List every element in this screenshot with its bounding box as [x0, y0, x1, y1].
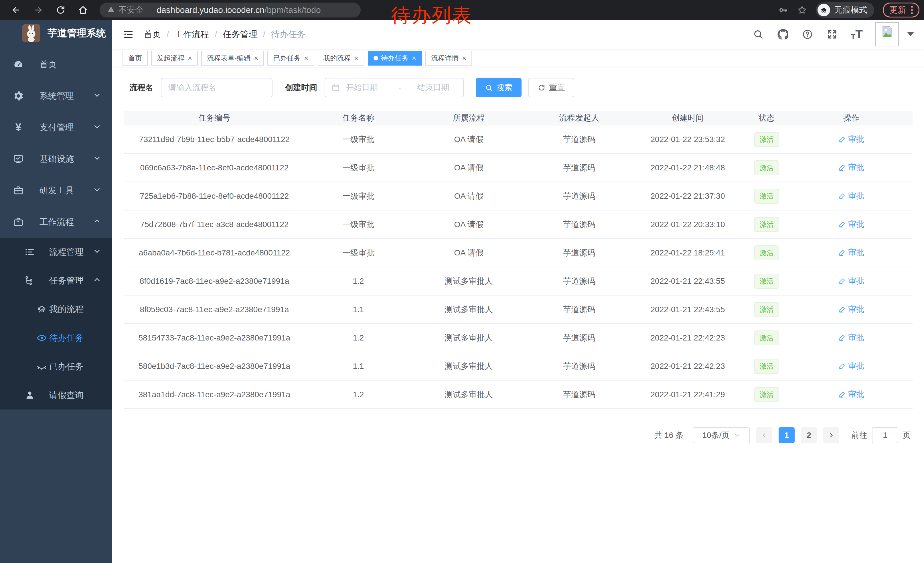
- close-icon[interactable]: ×: [412, 54, 416, 62]
- close-icon[interactable]: ×: [354, 54, 358, 62]
- sidebar-item-home[interactable]: 首页: [0, 49, 112, 80]
- cell-task-id: 58154733-7ac8-11ec-a9e2-a2380e71991a: [124, 333, 305, 342]
- sidebar-item-todo-tasks[interactable]: 待办任务: [0, 324, 112, 352]
- search-icon[interactable]: [752, 29, 764, 41]
- cell-task-name: 1.2: [305, 277, 412, 286]
- fullscreen-icon[interactable]: [826, 29, 838, 41]
- next-page-button[interactable]: [823, 427, 839, 443]
- tab-process-detail[interactable]: 流程详情×: [425, 51, 472, 66]
- close-icon[interactable]: ×: [188, 54, 192, 62]
- approve-link[interactable]: 审批: [838, 332, 864, 343]
- sidebar-item-workflow[interactable]: 工作流程: [0, 206, 112, 238]
- breadcrumb-home[interactable]: 首页: [144, 29, 161, 41]
- address-bar[interactable]: 不安全 dashboard.yudao.iocoder.cn/bpm/task/…: [100, 3, 361, 18]
- approve-link[interactable]: 审批: [838, 360, 864, 371]
- date-range-picker[interactable]: 开始日期 - 结束日期: [325, 78, 464, 98]
- approve-link[interactable]: 审批: [838, 134, 864, 145]
- font-size-icon[interactable]: TT: [851, 29, 863, 41]
- update-label: 更新: [890, 4, 906, 16]
- sidebar-item-leave-query[interactable]: 请假查询: [0, 381, 112, 410]
- range-separator: -: [399, 83, 401, 92]
- chevron-down-icon: [734, 432, 740, 438]
- cell-process: OA 请假: [412, 134, 526, 145]
- cell-task-name: 1.2: [305, 390, 412, 399]
- cell-actions: 审批: [790, 134, 912, 145]
- navbar-icons: TT: [752, 23, 914, 47]
- tab-todo-tasks[interactable]: 待办任务×: [368, 51, 422, 66]
- cell-task-id: 381aa1dd-7ac8-11ec-a9e2-a2380e71991a: [124, 390, 305, 399]
- tab-done-tasks[interactable]: 已办任务×: [267, 51, 314, 66]
- calendar-icon: [332, 83, 340, 92]
- update-button[interactable]: 更新: [883, 3, 920, 18]
- status-badge: 激活: [754, 217, 779, 232]
- process-name-input[interactable]: [161, 78, 273, 98]
- main-content: 首页 / 工作流程 / 任务管理 / 待办任务: [112, 20, 924, 563]
- close-icon[interactable]: ×: [462, 54, 466, 62]
- sidebar-item-done-tasks[interactable]: 已办任务: [0, 352, 112, 381]
- approve-link[interactable]: 审批: [838, 275, 864, 286]
- browser-menu-icon[interactable]: [911, 6, 913, 14]
- close-icon[interactable]: ×: [304, 54, 308, 62]
- sidebar-item-system[interactable]: 系统管理: [0, 80, 112, 112]
- sidebar-item-process-management[interactable]: 流程管理: [0, 238, 112, 266]
- breadcrumb-workflow[interactable]: 工作流程: [175, 29, 209, 41]
- cell-created: 2022-01-22 20:33:10: [633, 220, 743, 229]
- url-text[interactable]: dashboard.yudao.iocoder.cn/bpm/task/todo: [157, 5, 321, 15]
- cell-starter: 芋道源码: [526, 191, 633, 201]
- end-date-placeholder: 结束日期: [417, 82, 449, 93]
- avatar[interactable]: [875, 23, 899, 47]
- approve-link[interactable]: 审批: [838, 247, 864, 258]
- bookmark-star-icon[interactable]: [797, 5, 807, 15]
- cell-actions: 审批: [790, 304, 912, 315]
- cell-created: 2022-01-22 23:53:32: [633, 135, 743, 144]
- reset-button[interactable]: 重置: [528, 78, 574, 98]
- tab-form-edit[interactable]: 流程表单-编辑×: [201, 51, 264, 66]
- approve-link[interactable]: 审批: [838, 219, 864, 230]
- tab-my-process[interactable]: 我的流程×: [318, 51, 364, 66]
- approve-link[interactable]: 审批: [838, 389, 864, 400]
- reload-icon[interactable]: [56, 5, 66, 15]
- sidebar-item-devtools[interactable]: 研发工具: [0, 175, 112, 206]
- home-icon[interactable]: [78, 5, 88, 15]
- cell-actions: 审批: [790, 247, 912, 258]
- page-1-button[interactable]: 1: [778, 427, 795, 443]
- approve-link[interactable]: 审批: [838, 191, 864, 201]
- table-row: a6aba0a4-7b6d-11ec-b781-acde48001122 一级审…: [124, 239, 912, 267]
- avatar-caret-icon[interactable]: [908, 32, 914, 36]
- yen-icon: ¥: [13, 122, 24, 133]
- robot-face-icon: [36, 303, 48, 315]
- incognito-icon: [818, 4, 830, 17]
- chevron-up-icon: [93, 217, 101, 227]
- search-button[interactable]: 搜索: [476, 78, 522, 98]
- security-label[interactable]: 不安全: [118, 4, 143, 16]
- table-row: 725a1eb6-7b88-11ec-8ef0-acde48001122 一级审…: [124, 182, 912, 210]
- goto-page-input[interactable]: [872, 427, 898, 443]
- page-size-select[interactable]: 10条/页: [693, 427, 750, 443]
- tab-start-process[interactable]: 发起流程×: [151, 51, 198, 66]
- approve-link[interactable]: 审批: [838, 304, 864, 315]
- cell-task-name: 一级审批: [305, 162, 412, 173]
- prev-page-button[interactable]: [756, 427, 772, 443]
- monitor-icon: [13, 153, 24, 165]
- forward-icon[interactable]: [33, 5, 44, 15]
- back-icon[interactable]: [11, 5, 21, 15]
- password-key-icon[interactable]: [778, 5, 788, 15]
- sidebar-item-my-process[interactable]: 我的流程: [0, 295, 112, 324]
- close-icon[interactable]: ×: [254, 54, 258, 62]
- edit-pencil-icon: [838, 362, 846, 370]
- search-icon: [485, 84, 493, 92]
- sidebar-item-task-management[interactable]: 任务管理: [0, 266, 112, 295]
- create-time-label: 创建时间: [285, 82, 317, 93]
- sidebar-item-payment[interactable]: ¥ 支付管理: [0, 112, 112, 143]
- github-icon[interactable]: [777, 29, 789, 41]
- page-2-button[interactable]: 2: [801, 427, 817, 443]
- table-row: 73211d9d-7b9b-11ec-b5b7-acde48001122 一级审…: [124, 125, 912, 154]
- help-icon[interactable]: [801, 29, 813, 41]
- sidebar-item-infrastructure[interactable]: 基础设施: [0, 143, 112, 175]
- tab-home[interactable]: 首页: [123, 51, 148, 66]
- sidebar-toggle-icon[interactable]: [123, 29, 134, 40]
- col-process: 所属流程: [412, 113, 526, 123]
- approve-link[interactable]: 审批: [838, 162, 864, 173]
- cell-process: 测试多审批人: [412, 361, 526, 372]
- breadcrumb-task-management[interactable]: 任务管理: [223, 29, 257, 41]
